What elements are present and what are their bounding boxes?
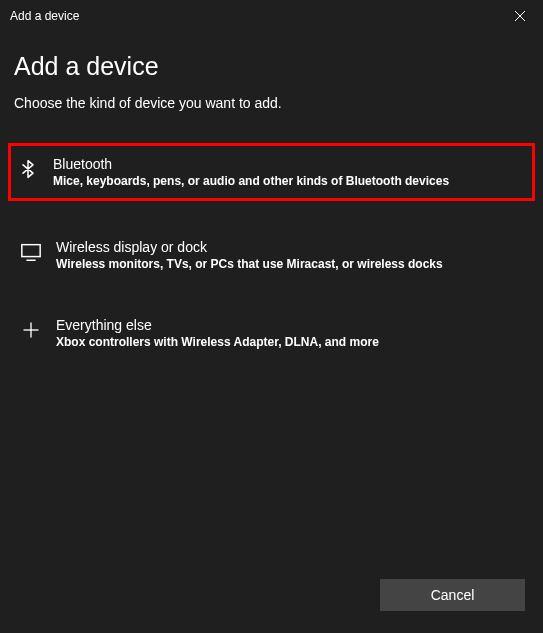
- option-everything-else[interactable]: Everything else Xbox controllers with Wi…: [14, 309, 529, 357]
- option-desc: Wireless monitors, TVs, or PCs that use …: [56, 257, 443, 271]
- option-title: Bluetooth: [53, 156, 449, 172]
- titlebar: Add a device: [0, 0, 543, 32]
- monitor-icon: [20, 241, 42, 263]
- content-area: Add a device Choose the kind of device y…: [0, 32, 543, 357]
- window-title: Add a device: [10, 9, 79, 23]
- option-everything-text: Everything else Xbox controllers with Wi…: [56, 317, 379, 349]
- device-option-list: Bluetooth Mice, keyboards, pens, or audi…: [14, 143, 529, 357]
- option-desc: Xbox controllers with Wireless Adapter, …: [56, 335, 379, 349]
- svg-rect-2: [22, 245, 40, 257]
- option-title: Everything else: [56, 317, 379, 333]
- option-desc: Mice, keyboards, pens, or audio and othe…: [53, 174, 449, 188]
- page-subtitle: Choose the kind of device you want to ad…: [14, 95, 529, 111]
- cancel-button[interactable]: Cancel: [380, 579, 525, 611]
- option-wireless-display[interactable]: Wireless display or dock Wireless monito…: [14, 231, 529, 279]
- footer: Cancel: [380, 579, 525, 611]
- page-title: Add a device: [14, 52, 529, 81]
- close-button[interactable]: [497, 0, 543, 32]
- bluetooth-icon: [17, 158, 39, 180]
- plus-icon: [20, 319, 42, 341]
- close-icon: [515, 11, 525, 21]
- option-bluetooth-text: Bluetooth Mice, keyboards, pens, or audi…: [53, 156, 449, 188]
- option-wireless-text: Wireless display or dock Wireless monito…: [56, 239, 443, 271]
- option-bluetooth[interactable]: Bluetooth Mice, keyboards, pens, or audi…: [8, 143, 535, 201]
- option-title: Wireless display or dock: [56, 239, 443, 255]
